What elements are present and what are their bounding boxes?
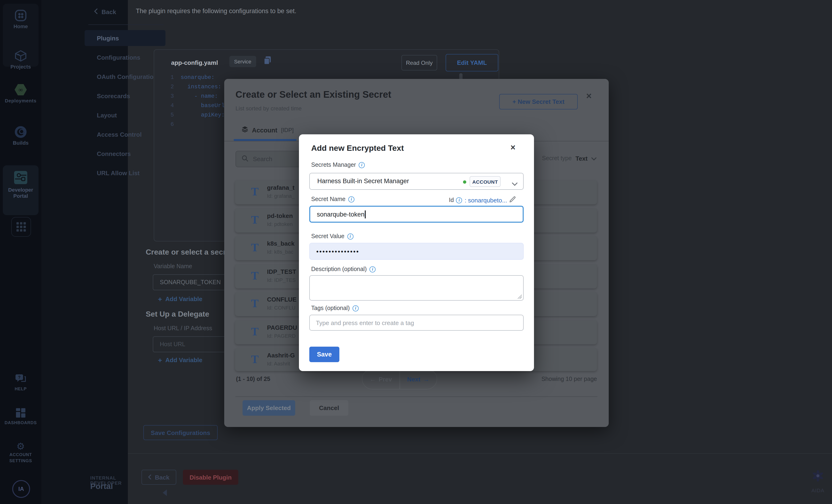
user-avatar[interactable]: IA [12,480,30,498]
sidebar-collapse-icon[interactable] [163,489,167,496]
line-text: - name: [181,93,218,100]
aida-assistant[interactable]: AIDA [805,469,831,493]
line-number: 3 [166,93,174,100]
yaml-line: 1 sonarqube: [166,74,214,81]
add-variable-link-2[interactable]: +Add Variable [158,356,202,364]
cancel-label: Cancel [319,404,339,412]
id-value-link[interactable]: : sonarqubeto... [465,197,507,204]
variable-name-label: Variable Name [154,263,192,270]
rail-item-account-settings[interactable]: ⚙ ACCOUNT SETTINGS [0,441,42,464]
secret-name-label: Secret Name i [311,196,355,202]
sidebar-item-access-control[interactable]: Access Control [85,127,165,142]
info-icon[interactable]: i [359,162,365,168]
host-url-input[interactable]: Host URL [153,336,233,352]
secret-name-input[interactable]: sonarqube-token [309,206,524,223]
secrets-manager-select[interactable]: Harness Built-in Secret Manager ACCOUNT [309,173,524,190]
grid-icon [16,222,26,234]
sidebar-item-label: Access Control [97,131,142,138]
rail-item-builds[interactable]: Builds [0,126,42,146]
edit-yaml-label: Edit YAML [457,59,487,66]
rail-item-deployments[interactable]: ∞ Deployments [0,84,42,104]
apply-selected-button[interactable]: Apply Selected [242,400,295,416]
id-label: Id [449,197,454,203]
sidebar-item-label: Connectors [97,150,131,157]
line-text: instances: [181,84,222,90]
info-icon[interactable]: i [369,266,375,272]
sidebar-item-oauth-configurations[interactable]: OAuth Configurations [85,68,165,85]
info-icon[interactable]: i [456,197,462,203]
builds-icon [15,132,27,140]
pagination-divider [235,396,597,397]
aida-flower-icon [811,476,825,484]
projects-cube-icon [15,55,27,63]
info-icon[interactable]: i [347,233,353,239]
sidebar-item-configurations[interactable]: Configurations [85,49,165,65]
read-only-button[interactable]: Read Only [401,55,437,71]
secret-id: Id: k8s_bac [267,249,293,255]
disable-plugin-button[interactable]: Disable Plugin [183,470,238,485]
rail-item-label: Developer [0,187,42,193]
tags-input[interactable] [309,315,524,331]
copy-icon[interactable] [263,56,272,67]
variable-name-input[interactable]: SONARQUBE_TOKEN [153,274,233,290]
edit-yaml-button[interactable]: Edit YAML [446,54,498,72]
secret-value-input[interactable]: •••••••••••••• [309,243,524,260]
line-text: baseUrl: [181,103,228,109]
modal-close-icon[interactable]: × [586,91,592,101]
add-variable-link[interactable]: +Add Variable [158,295,202,303]
edit-pencil-icon[interactable] [510,196,516,204]
secret-name: grafana_t [267,184,294,191]
module-grid-button[interactable] [11,217,31,237]
sidebar-back-button[interactable]: Back [94,8,116,16]
sidebar-item-plugins[interactable]: Plugins [85,30,165,46]
info-icon[interactable]: i [353,305,359,311]
variable-name-value: SONARQUBE_TOKEN [160,279,221,286]
cancel-button[interactable]: Cancel [310,400,348,416]
sidebar-item-scorecards[interactable]: Scorecards [85,88,165,104]
app-root: Home Projects ∞ Deployments Builds Devel… [0,0,832,504]
line-number: 5 [166,112,174,118]
yaml-line: 6 [166,121,181,128]
sidebar-item-url-allow-list[interactable]: URL Allow List [85,165,165,181]
text-secret-icon: T [251,297,259,310]
chevron-left-icon [148,474,152,481]
pagination-showing: Showing 10 per page [542,376,597,382]
new-secret-text-button[interactable]: + New Secret Text [499,94,578,109]
rail-item-dashboards[interactable]: DASHBOARDS [0,408,42,426]
read-only-label: Read Only [406,59,433,66]
prev-page-button[interactable]: ← Prev [362,369,400,389]
avatar-initials: IA [18,486,24,492]
modal-subtitle: List sorted by created time [235,105,302,112]
rail-item-projects[interactable]: Projects [0,50,42,70]
secret-name: pd-token [267,212,293,219]
description-label-text: Description (optional) [311,266,367,273]
secrets-manager-label-text: Secrets Manager [311,162,356,168]
info-icon[interactable]: i [348,196,355,202]
text-secret-icon: T [251,242,259,254]
rail-item-developer-portal[interactable]: Developer Portal [0,170,42,199]
secret-id: Id: pdtoken [267,221,293,227]
sidebar-item-layout[interactable]: Layout [85,107,165,123]
description-textarea[interactable] [309,275,524,301]
add-encrypted-text-dialog: Add new Encrypted Text × Secrets Manager… [299,134,534,371]
rail-item-home[interactable]: Home [0,9,42,30]
secret-name: IDP_TEST [267,268,296,275]
resize-grip-icon[interactable] [518,295,522,299]
back-button[interactable]: Back [141,470,176,485]
save-configurations-button[interactable]: Save Configurations [144,425,218,440]
sidebar-item-connectors[interactable]: Connectors [85,146,165,162]
rail-item-help[interactable]: ? HELP [0,374,42,392]
next-page-button[interactable]: Next → [400,369,437,389]
sidebar-item-label: OAuth Configurations [97,73,161,80]
apply-selected-label: Apply Selected [247,404,291,412]
secret-name-value: sonarqube-token [317,211,365,218]
status-green-dot [463,180,466,184]
tab-account-idp[interactable]: Account [IDP] [242,126,293,134]
rail-item-label: ACCOUNT [0,452,42,458]
secret-type-dropdown[interactable]: Secret type Text [542,154,597,163]
tab-label: Account [252,127,277,134]
dialog-close-icon[interactable]: × [511,143,515,153]
host-url-placeholder: Host URL [160,341,185,347]
save-button[interactable]: Save [309,347,339,362]
secret-name: k8s_back [267,240,294,247]
